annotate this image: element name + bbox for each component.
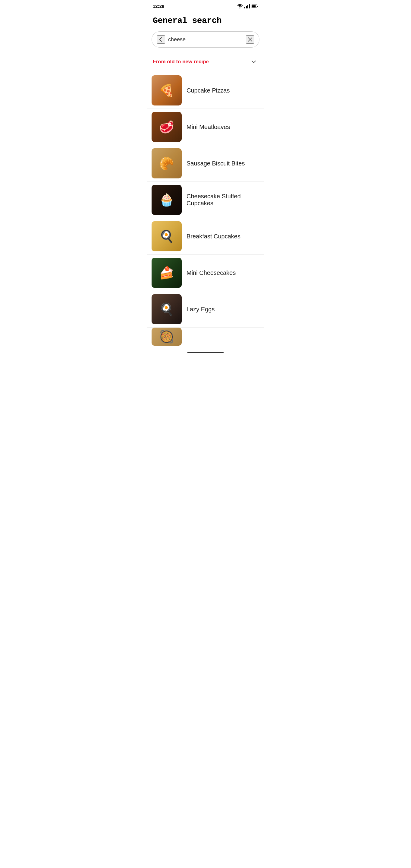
wifi-icon: [237, 4, 243, 8]
recipe-image: [152, 185, 182, 215]
recipe-image: [152, 221, 182, 251]
status-time: 12:29: [153, 4, 164, 9]
bottom-indicator: [187, 352, 224, 353]
recipe-item[interactable]: Mini Meatloaves: [147, 109, 264, 145]
recipe-list: Cupcake Pizzas Mini Meatloaves Sausage B…: [147, 72, 264, 346]
search-bar: [152, 31, 259, 48]
recipe-item[interactable]: Breakfast Cupcakes: [147, 218, 264, 255]
search-back-button[interactable]: [157, 35, 165, 44]
recipe-item[interactable]: Lazy Eggs: [147, 291, 264, 328]
chevron-down-icon: [250, 59, 257, 65]
recipe-name: Mini Meatloaves: [187, 124, 259, 130]
recipe-item[interactable]: Cheesecake Stuffed Cupcakes: [147, 182, 264, 218]
svg-rect-1: [246, 6, 247, 8]
filter-chevron-button[interactable]: [249, 57, 258, 66]
recipe-name: Sausage Biscuit Bites: [187, 160, 259, 167]
svg-rect-0: [244, 7, 245, 8]
filter-label: From old to new recipe: [153, 59, 209, 65]
recipe-image: [152, 258, 182, 288]
search-input[interactable]: [168, 36, 243, 43]
recipe-item[interactable]: Sausage Biscuit Bites: [147, 145, 264, 182]
svg-rect-2: [247, 5, 248, 8]
bottom-bar: [147, 346, 264, 359]
search-clear-button[interactable]: [246, 35, 254, 44]
recipe-image: [152, 328, 182, 346]
recipe-item-partial[interactable]: [147, 328, 264, 346]
clear-icon: [248, 37, 253, 42]
recipe-image: [152, 75, 182, 105]
recipe-image: [152, 294, 182, 324]
page-title: General search: [147, 11, 264, 31]
filter-row[interactable]: From old to new recipe: [147, 55, 264, 72]
recipe-item[interactable]: Cupcake Pizzas: [147, 72, 264, 109]
recipe-name: Cupcake Pizzas: [187, 87, 259, 94]
recipe-image: [152, 112, 182, 142]
recipe-name: Cheesecake Stuffed Cupcakes: [187, 193, 259, 207]
back-icon: [158, 37, 164, 42]
svg-rect-3: [249, 4, 250, 8]
status-icons: [237, 4, 258, 8]
recipe-name: Lazy Eggs: [187, 306, 259, 313]
recipe-image: [152, 148, 182, 179]
battery-icon: [252, 4, 258, 8]
recipe-item[interactable]: Mini Cheesecakes: [147, 255, 264, 291]
signal-icon: [244, 4, 250, 8]
svg-rect-5: [252, 5, 256, 7]
status-bar: 12:29: [147, 0, 264, 11]
recipe-name: Mini Cheesecakes: [187, 270, 259, 276]
recipe-name: Breakfast Cupcakes: [187, 233, 259, 240]
